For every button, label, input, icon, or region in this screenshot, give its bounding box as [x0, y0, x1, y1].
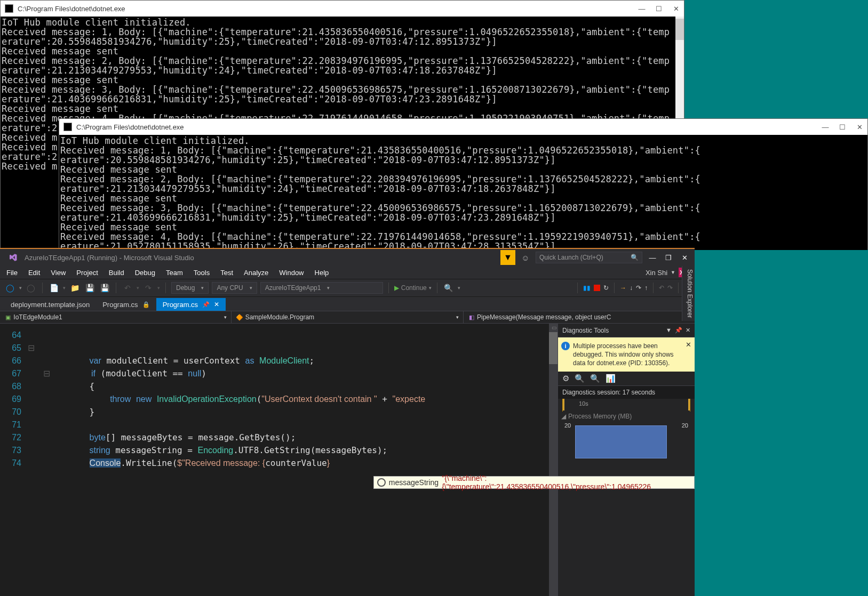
close-icon[interactable]: ✕	[214, 301, 219, 308]
close-button[interactable]: ✕	[679, 252, 690, 263]
restart-button[interactable]: ↻	[603, 284, 609, 292]
menu-test[interactable]: Test	[220, 269, 233, 277]
reset-zoom-icon[interactable]: 📊	[606, 374, 616, 383]
pause-button[interactable]: ▮▮	[583, 284, 591, 292]
console-output: IoT Hub module client initialized. Recei…	[59, 135, 867, 250]
solution-platform-combo[interactable]: Any CPU▾	[212, 282, 257, 294]
continue-button[interactable]: ▶ Continue ▾	[394, 284, 432, 292]
document-tabs: deployment.template.json Program.cs🔒 Pro…	[0, 297, 695, 311]
menu-help[interactable]: Help	[315, 269, 329, 277]
vs-window-title: AzureIoTEdgeApp1 (Running) - Microsoft V…	[25, 254, 194, 262]
minimize-button[interactable]: —	[638, 5, 646, 13]
datatip-variable-name: messageString	[389, 478, 439, 487]
process-memory-header[interactable]: ◢Process Memory (MB)	[558, 412, 695, 421]
split-button[interactable]: ▭	[550, 324, 558, 331]
console-titlebar[interactable]: C:\Program Files\dotnet\dotnet.exe — ☐ ✕	[1, 1, 684, 17]
minimize-button[interactable]: —	[647, 252, 658, 263]
code-editor[interactable]: 6465666768697071727374 ⊟ var moduleClien…	[0, 324, 558, 596]
menu-edit[interactable]: Edit	[28, 269, 40, 277]
maximize-button[interactable]: ☐	[655, 5, 663, 13]
nav-project-combo[interactable]: ▣ IoTEdgeModule1 ▾	[0, 311, 232, 323]
open-file-button[interactable]: 📁	[69, 282, 81, 294]
console-app-icon	[5, 4, 13, 13]
collapse-icon: ◢	[561, 413, 566, 420]
save-all-button[interactable]: 💾	[99, 282, 110, 294]
diagnostic-timeline[interactable]: 10s	[562, 399, 690, 412]
diagnostic-tools-title[interactable]: Diagnostic Tools ▼ 📌 ✕	[558, 324, 695, 337]
maximize-button[interactable]: ☐	[839, 123, 846, 131]
step-over-button[interactable]: ↷	[636, 284, 641, 292]
menu-file[interactable]: File	[6, 269, 18, 277]
menu-window[interactable]: Window	[279, 269, 304, 277]
quick-launch-placeholder: Quick Launch (Ctrl+Q)	[539, 254, 603, 261]
solution-explorer-tab[interactable]: Solution Explorer	[682, 266, 695, 321]
undo-button[interactable]: ↶	[122, 282, 133, 294]
vs-logo-icon	[6, 251, 19, 264]
minimize-button[interactable]: —	[822, 123, 829, 131]
vs-menubar: File Edit View Project Build Debug Team …	[0, 266, 695, 279]
code-content[interactable]: ⊟ var moduleClient = userContext as Modu…	[28, 324, 558, 596]
close-button[interactable]: ✕	[856, 123, 863, 131]
step-into-button[interactable]: ↓	[630, 284, 633, 292]
close-button[interactable]: ✕	[672, 5, 680, 13]
pin-icon[interactable]: 📌	[675, 327, 682, 334]
menu-analyze[interactable]: Analyze	[244, 269, 268, 277]
restore-button[interactable]: ❐	[663, 252, 674, 263]
step-forward-button[interactable]: ↷	[667, 284, 673, 292]
find-button[interactable]: 🔍	[443, 282, 455, 294]
lock-icon: 🔒	[142, 301, 150, 308]
quick-launch-input[interactable]: Quick Launch (Ctrl+Q) 🔍	[536, 252, 642, 263]
console-titlebar[interactable]: C:\Program Files\dotnet\dotnet.exe — ☐ ✕	[59, 119, 867, 135]
debug-datatip[interactable]: messageString "{\"machine\":{\"temperatu…	[373, 476, 695, 489]
stop-button[interactable]	[594, 285, 600, 291]
console-app-icon	[63, 123, 72, 131]
zoom-in-icon[interactable]: 🔍	[575, 374, 585, 383]
feedback-icon[interactable]: ☺	[520, 252, 531, 263]
close-icon[interactable]: ✕	[686, 341, 691, 349]
tab-program-cs-2[interactable]: Program.cs📌✕	[156, 298, 226, 311]
menu-view[interactable]: View	[51, 269, 66, 277]
visual-studio-window: AzureIoTEdgeApp1 (Running) - Microsoft V…	[0, 248, 695, 596]
chevron-down-icon[interactable]: ▼	[666, 327, 672, 334]
zoom-out-icon[interactable]: 🔍	[590, 374, 600, 383]
menu-tools[interactable]: Tools	[194, 269, 210, 277]
solution-config-combo[interactable]: Debug▾	[171, 282, 209, 294]
vs-titlebar[interactable]: AzureIoTEdgeApp1 (Running) - Microsoft V…	[0, 249, 695, 266]
redo-button[interactable]: ↷	[142, 282, 154, 294]
show-next-statement-button[interactable]: →	[620, 284, 626, 292]
close-icon[interactable]: ✕	[686, 327, 690, 334]
diagnostic-tools-panel: Diagnostic Tools ▼ 📌 ✕ i Multiple proces…	[558, 324, 695, 596]
info-icon: i	[561, 342, 570, 350]
play-icon: ▶	[394, 284, 399, 292]
vs-toolbar: ◯ ▾ ◯ 📄 ▾ 📁 💾 💾 ↶ ▾ ↷ ▾ Debug▾ Any CPU▾ …	[0, 279, 695, 297]
process-memory-chart[interactable]: 20 20	[564, 421, 688, 458]
diagnostic-toolbar: ⚙ 🔍 🔍 📊	[558, 372, 695, 386]
chevron-down-icon[interactable]: ▾	[19, 285, 22, 291]
csharp-icon: ▣	[4, 313, 12, 321]
nav-back-button[interactable]: ◯	[4, 282, 16, 294]
step-back-button[interactable]: ↶	[659, 284, 664, 292]
save-button[interactable]: 💾	[84, 282, 95, 294]
nav-member-combo[interactable]: ◧ PipeMessage(Message message, object us…	[464, 311, 695, 323]
menu-project[interactable]: Project	[76, 269, 98, 277]
console-window-2: C:\Program Files\dotnet\dotnet.exe — ☐ ✕…	[59, 118, 868, 249]
line-number-gutter: 6465666768697071727374	[0, 324, 28, 596]
tab-program-cs-1[interactable]: Program.cs🔒	[96, 298, 156, 311]
nav-class-combo[interactable]: 🔶 SampleModule.Program ▾	[232, 311, 463, 323]
step-out-button[interactable]: ↑	[644, 284, 648, 292]
new-project-button[interactable]: 📄	[48, 282, 60, 294]
filter-icon[interactable]: ▼	[500, 250, 515, 265]
search-icon: 🔍	[631, 254, 639, 261]
console-title: C:\Program Files\dotnet\dotnet.exe	[76, 123, 822, 131]
gear-icon[interactable]: ⚙	[562, 374, 569, 383]
startup-project-combo[interactable]: AzureIoTEdgeApp1▾	[260, 282, 383, 294]
editor-scrollbar[interactable]: ▭	[549, 324, 558, 596]
menu-build[interactable]: Build	[109, 269, 124, 277]
menu-debug[interactable]: Debug	[135, 269, 155, 277]
pin-icon[interactable]: 📌	[202, 301, 210, 308]
menu-team[interactable]: Team	[166, 269, 183, 277]
diagnostic-notice: i Multiple processes have been debugged.…	[558, 337, 695, 372]
refresh-icon[interactable]	[377, 478, 386, 487]
datatip-value: "{\"machine\":{\"temperature\":21.435836…	[442, 474, 691, 491]
tab-deployment-template[interactable]: deployment.template.json	[4, 298, 96, 311]
